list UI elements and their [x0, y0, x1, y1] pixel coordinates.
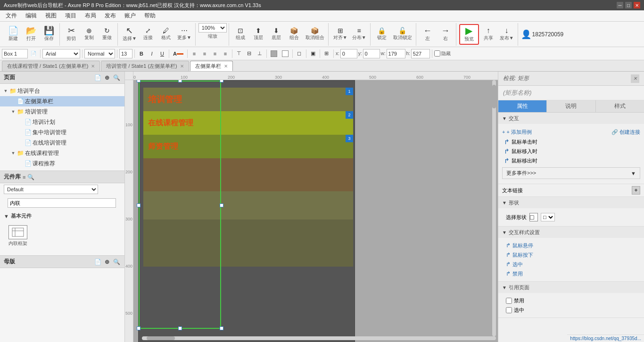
align-left-button[interactable]: ≡ [190, 49, 199, 58]
canvas-item-6[interactable] [143, 220, 353, 267]
right-tab-style[interactable]: 样式 [596, 100, 644, 112]
format-button[interactable]: 🖊格式 [157, 24, 174, 45]
group-button[interactable]: 📦组合 [286, 24, 303, 45]
valign-bot-button[interactable]: ⊥ [255, 49, 264, 58]
y-input[interactable] [363, 49, 380, 58]
components-filter-input[interactable] [8, 198, 116, 208]
pages-add-button[interactable]: 📄 [93, 73, 102, 82]
text-link-btn[interactable]: + [632, 186, 640, 195]
corner-button[interactable]: ◻ [295, 49, 304, 58]
tree-item-online-training[interactable]: 📄 在线培训管理 [0, 138, 124, 148]
open-button[interactable]: 📂打开 [23, 24, 40, 45]
zoom-select[interactable]: 100% 50% 150% 200% [198, 23, 227, 33]
menu-file[interactable]: 文件 [2, 11, 21, 21]
bottom-layer-button[interactable]: ⬇底层 [268, 24, 285, 45]
components-list-btn[interactable]: ≡ [23, 174, 25, 180]
canvas-item-4[interactable] [143, 158, 353, 191]
box-name-confirm[interactable]: 📄 [29, 49, 38, 58]
handle-tr[interactable] [220, 80, 223, 82]
valign-top-button[interactable]: ⊤ [234, 49, 244, 58]
select-button[interactable]: ↖选择▼ [121, 24, 139, 45]
italic-button[interactable]: I [147, 49, 157, 58]
font-style-select[interactable]: Normal Bold Italic [84, 49, 115, 58]
right-tab-properties[interactable]: 属性 [498, 100, 547, 112]
bottom-url[interactable]: https://blog.csdn.net/qq_37935d... [567, 334, 644, 342]
tab-training[interactable]: 培训管理 / State1 (左侧菜单栏) ✕ [101, 61, 189, 71]
hscrollbar-track[interactable] [142, 336, 496, 340]
interaction-header[interactable]: ▼ 交互 [498, 113, 644, 124]
align-button[interactable]: ⊞对齐▼ [331, 24, 349, 45]
components-category[interactable]: ▼ 基本元件 [0, 211, 124, 221]
components-default-select[interactable]: Default [4, 185, 98, 194]
align-right-button[interactable]: ≡ [210, 49, 220, 58]
connect-button[interactable]: ⤢连接 [140, 24, 157, 45]
tab-training-close[interactable]: ✕ [180, 64, 184, 69]
canvas-item-teacher-mgmt[interactable]: 师资管理 3 [143, 135, 353, 158]
unlock-button[interactable]: 🔓取消锁定 [391, 24, 414, 45]
add-case-link[interactable]: + + 添加用例 [502, 129, 532, 136]
handle-ml[interactable] [137, 204, 140, 207]
user-name[interactable]: 1825720059 [532, 31, 564, 38]
tree-item-online-course[interactable]: ▼ 📁 在线课程管理 [0, 148, 124, 158]
canvas-item-online-course-mgmt[interactable]: 在线课程管理 2 [143, 111, 353, 135]
more-events-button[interactable]: 更多事件>>> ▼ [502, 167, 640, 179]
new-button[interactable]: 📄新建 [5, 24, 22, 45]
minimize-button[interactable]: ─ [617, 2, 623, 8]
font-color-button[interactable]: A [171, 49, 185, 58]
ungroup-button[interactable]: 📦取消组合 [304, 24, 326, 45]
w-input[interactable] [387, 49, 405, 58]
masters-dup-button[interactable]: ⊕ [103, 258, 111, 266]
tree-item-recommend[interactable]: 📄 课程推荐 [0, 158, 124, 169]
canvas-item-5[interactable] [143, 191, 353, 220]
right-panel-close[interactable]: ✕ [631, 74, 639, 83]
disabled-style-link[interactable]: 禁用 [512, 270, 523, 277]
pages-duplicate-button[interactable]: ⊕ [103, 73, 111, 82]
left-button[interactable]: ←左 [419, 24, 436, 45]
cut-button[interactable]: ✂剪切 [63, 24, 80, 45]
selected-link[interactable]: 选中 [512, 261, 523, 268]
handle-bm[interactable] [178, 326, 182, 330]
distribute-button[interactable]: ≡分布▼ [350, 24, 368, 45]
menu-help[interactable]: 帮助 [140, 11, 159, 21]
menu-project[interactable]: 项目 [61, 11, 80, 21]
shape-dropdown[interactable]: □ [541, 213, 555, 221]
mousedown-link[interactable]: 鼠标按下 [512, 252, 533, 259]
copy-button[interactable]: ⊕复制 [81, 24, 98, 45]
hidden-checkbox[interactable] [434, 50, 440, 57]
create-link-link[interactable]: 🔗 创建连接 [611, 129, 640, 136]
tree-item-platform[interactable]: ▼ 📁 培训平台 [0, 86, 124, 96]
maximize-button[interactable]: □ [625, 2, 632, 8]
handle-tl[interactable] [137, 80, 140, 82]
border-button[interactable] [280, 49, 290, 58]
box-name-input[interactable] [2, 49, 28, 58]
fill-color-button[interactable] [269, 49, 279, 58]
tab-sidebar[interactable]: 左侧菜单栏 ✕ [190, 61, 233, 71]
pages-search-button[interactable]: 🔍 [112, 73, 121, 82]
shadow-button[interactable]: ▣ [308, 49, 318, 58]
tab-online-course-close[interactable]: ✕ [91, 64, 95, 69]
ref-page-header[interactable]: ▼ 引用页面 [498, 282, 644, 293]
save-button[interactable]: 💾保存 [41, 24, 58, 45]
redo-button[interactable]: ↻重做 [99, 24, 116, 45]
align-center-button[interactable]: ≡ [200, 49, 209, 58]
canvas-item-training-mgmt[interactable]: 培训管理 1 [143, 88, 353, 111]
handle-mr[interactable] [220, 204, 223, 207]
lock-button[interactable]: 🔒锁定 [373, 24, 390, 45]
valign-mid-button[interactable]: ⊟ [245, 49, 254, 58]
underline-button[interactable]: U [157, 49, 167, 58]
font-size-input[interactable] [119, 49, 132, 58]
tab-online-course[interactable]: 在线课程管理 / State1 (左侧菜单栏) ✕ [2, 61, 100, 71]
bold-button[interactable]: B [137, 49, 146, 58]
shape-header[interactable]: ▼ 形状 [498, 197, 644, 208]
menu-publish[interactable]: 发布 [101, 11, 120, 21]
components-button[interactable]: ⊡组成 [232, 24, 249, 45]
padding-button[interactable]: ⊞ [322, 49, 331, 58]
tab-sidebar-close[interactable]: ✕ [224, 64, 228, 69]
masters-search-button[interactable]: 🔍 [112, 258, 121, 266]
canvas-page[interactable]: 培训管理 1 在线课程管理 2 师资管理 3 [138, 80, 355, 342]
handle-tm[interactable] [178, 80, 182, 82]
tree-item-sidebar[interactable]: 📄 左侧菜单栏 [0, 96, 124, 106]
ref-page-disabled-checkbox[interactable] [506, 298, 512, 304]
close-button[interactable]: ✕ [634, 2, 640, 8]
components-search-icon[interactable]: 🔍 [27, 174, 34, 180]
